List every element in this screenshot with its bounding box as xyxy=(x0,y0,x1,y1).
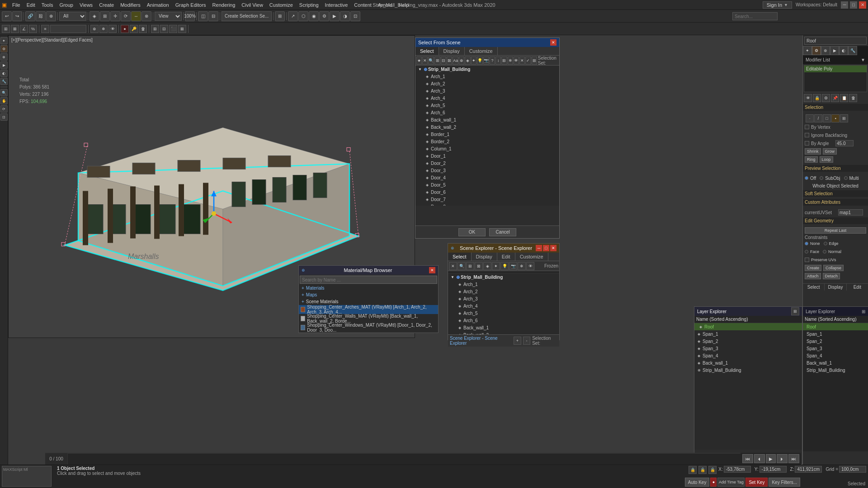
prev-key-btn[interactable]: ⏴ xyxy=(754,454,765,463)
menu-modifiers[interactable]: Modifiers xyxy=(118,1,143,9)
sfs-item-border2[interactable]: ◈ Border_2 xyxy=(415,138,559,145)
se-btn7[interactable]: 💡 xyxy=(500,262,509,270)
angle-value[interactable] xyxy=(835,140,854,146)
sfs-x[interactable]: ✕ xyxy=(519,56,525,65)
mat-materials-section[interactable]: Materials xyxy=(299,285,438,291)
mod-sub-edit-tab[interactable]: Edit xyxy=(847,284,868,291)
snaps-btn[interactable]: ⊞ xyxy=(2,25,10,33)
menu-customize[interactable]: Customize xyxy=(267,1,296,9)
sfs-item-door8[interactable]: ◈ Door_8 xyxy=(415,203,559,206)
se-del-btn[interactable]: - xyxy=(523,337,530,345)
le2-span3[interactable]: Span_3 xyxy=(803,345,868,352)
isolate-btn[interactable]: ⊕ xyxy=(90,25,99,33)
key-filters-btn[interactable]: Key Filters... xyxy=(769,478,800,487)
goto-start-btn[interactable]: ⏮ xyxy=(742,454,753,463)
se-item-arch6[interactable]: ◈ Arch_6 xyxy=(448,317,559,324)
le-item-span4[interactable]: ◈ Span_4 xyxy=(694,352,802,359)
mod-sub-display-tab[interactable]: Display xyxy=(825,284,846,291)
se-root[interactable]: ▼ ⊕ Strip_Mall_Building xyxy=(448,273,559,281)
sfs-item-arch3[interactable]: ◈ Arch_3 xyxy=(415,87,559,94)
sfs-tab-customize[interactable]: Customize xyxy=(465,47,498,55)
grow-btn[interactable]: Grow xyxy=(823,148,837,155)
selection-section-header[interactable]: Selection xyxy=(803,104,868,111)
sfs-sel-all[interactable]: ⊞ xyxy=(434,56,440,65)
modify-panel-tab[interactable]: ⚙ xyxy=(812,46,821,55)
move-btn[interactable]: ✛ xyxy=(110,11,120,21)
utilities-panel-tab[interactable]: 🔧 xyxy=(848,46,857,55)
pan-btn[interactable]: ✋ xyxy=(0,97,8,104)
vp3[interactable]: ⬛ xyxy=(169,25,177,33)
sfs-item-door5[interactable]: ◈ Door_5 xyxy=(415,181,559,188)
none-radio[interactable] xyxy=(805,242,808,245)
mod-pin-btn[interactable]: 📌 xyxy=(831,94,839,102)
y-value[interactable]: -19,15cm xyxy=(760,466,787,473)
named-sel-field[interactable] xyxy=(50,25,86,33)
se-tab-customize[interactable]: Customize xyxy=(515,253,548,261)
redo-btn[interactable]: ↪ xyxy=(12,11,22,21)
le-tree[interactable]: ◈ Roof ◈ Span_1 ◈ Span_2 ◈ Span_3 ◈ Span… xyxy=(694,323,802,450)
menu-scripting[interactable]: Scripting xyxy=(297,1,321,9)
soft-sel-header[interactable]: Soft Selection xyxy=(803,190,868,197)
mat-close-btn[interactable]: ✕ xyxy=(429,267,435,273)
viewport-config-btn[interactable]: ⊞ xyxy=(151,25,159,33)
motion-panel-tab[interactable]: ▶ xyxy=(830,46,839,55)
sfs-expand[interactable]: ⊞ xyxy=(532,56,537,65)
snap-toggle-btn[interactable]: ⊠ xyxy=(11,25,19,33)
auto-key-btn[interactable]: Auto Key xyxy=(685,478,710,487)
modify-panel-btn[interactable]: ⚙ xyxy=(0,45,8,52)
display-panel-btn[interactable]: ◐ xyxy=(0,70,8,77)
edge-radio[interactable] xyxy=(824,242,827,245)
minimize-btn[interactable]: ─ xyxy=(841,1,848,9)
se-btn2[interactable]: 🔍 xyxy=(458,262,466,270)
se-tree[interactable]: ▼ ⊕ Strip_Mall_Building ◈ Arch_1 ◈ Arch_… xyxy=(448,271,559,334)
sfs-item-arch4[interactable]: ◈ Arch_4 xyxy=(415,94,559,102)
sfs-item-door3[interactable]: ◈ Door_3 xyxy=(415,167,559,174)
mod-show-btn[interactable]: 👁 xyxy=(804,94,812,102)
sfs-item-door4[interactable]: ◈ Door_4 xyxy=(415,174,559,181)
sfs-filter1[interactable]: ⊕ xyxy=(459,56,464,65)
bind-btn[interactable]: ⊕ xyxy=(46,11,56,21)
by-angle-check[interactable] xyxy=(805,141,809,145)
select-btn[interactable]: ◈ xyxy=(90,11,99,21)
hierarchy-panel-btn[interactable]: ⊕ xyxy=(0,53,8,61)
sfs-item-arch2[interactable]: ◈ Arch_2 xyxy=(415,80,559,87)
le2-strip[interactable]: Strip_Mall_Building xyxy=(803,366,868,374)
se-btn3[interactable]: ⊞ xyxy=(466,262,474,270)
sfs-item-door6[interactable]: ◈ Door_6 xyxy=(415,188,559,196)
orbit-btn[interactable]: ⟳ xyxy=(0,105,8,113)
maximize-btn[interactable]: □ xyxy=(850,1,857,9)
sfs-del-btn[interactable]: ✕ xyxy=(422,56,428,65)
utilities-panel-btn[interactable]: 🔧 xyxy=(0,78,8,85)
se-btn8[interactable]: 📷 xyxy=(509,262,517,270)
se-btn1[interactable]: ✕ xyxy=(449,262,457,270)
sfs-root[interactable]: ▼ ⊕ Strip_Mall_Building xyxy=(415,66,559,73)
le2-span4[interactable]: Span_4 xyxy=(803,352,868,359)
sfs-sort[interactable]: ↕ xyxy=(495,56,501,65)
sfs-tree[interactable]: ▼ ⊕ Strip_Mall_Building ◈ Arch_1 ◈ Arch_… xyxy=(415,66,559,206)
close-btn[interactable]: ✕ xyxy=(859,1,866,9)
sfs-item-arch5[interactable]: ◈ Arch_5 xyxy=(415,102,559,109)
menu-views[interactable]: Views xyxy=(77,1,95,9)
se-item-arch3[interactable]: ◈ Arch_3 xyxy=(448,295,559,302)
sfs-new-btn[interactable]: ★ xyxy=(416,56,422,65)
render-setup-btn[interactable]: ⚙ xyxy=(319,11,329,21)
vp4[interactable]: ⊠ xyxy=(178,25,186,33)
create-panel-tab[interactable]: ✦ xyxy=(803,46,812,55)
attach-btn[interactable]: Attach xyxy=(805,273,821,279)
repeat-last-btn[interactable]: Repeat Last xyxy=(805,227,866,234)
poly-btn[interactable]: ▪ xyxy=(831,114,840,122)
set-key-btn[interactable]: Set Key xyxy=(745,478,768,487)
sfs-item-arch6[interactable]: ◈ Arch_6 xyxy=(415,109,559,116)
uvset-input[interactable] xyxy=(838,209,863,216)
vp2[interactable]: ⊟ xyxy=(160,25,168,33)
freeze-btn[interactable]: ❄ xyxy=(99,25,108,33)
menu-interactive[interactable]: Interactive xyxy=(322,1,351,9)
se-tab-display[interactable]: Display xyxy=(472,253,497,261)
le-item-span1[interactable]: ◈ Span_1 xyxy=(694,330,802,338)
mod-sub-select-tab[interactable]: Select xyxy=(803,284,825,291)
sfs-item-door2[interactable]: ◈ Door_2 xyxy=(415,160,559,167)
goto-end-btn[interactable]: ⏭ xyxy=(788,454,799,463)
mat-maps-section[interactable]: Maps xyxy=(299,291,438,298)
edge-btn[interactable]: / xyxy=(814,114,822,122)
le-item-strip[interactable]: ⊕ Strip_Mall_Building xyxy=(694,366,802,374)
